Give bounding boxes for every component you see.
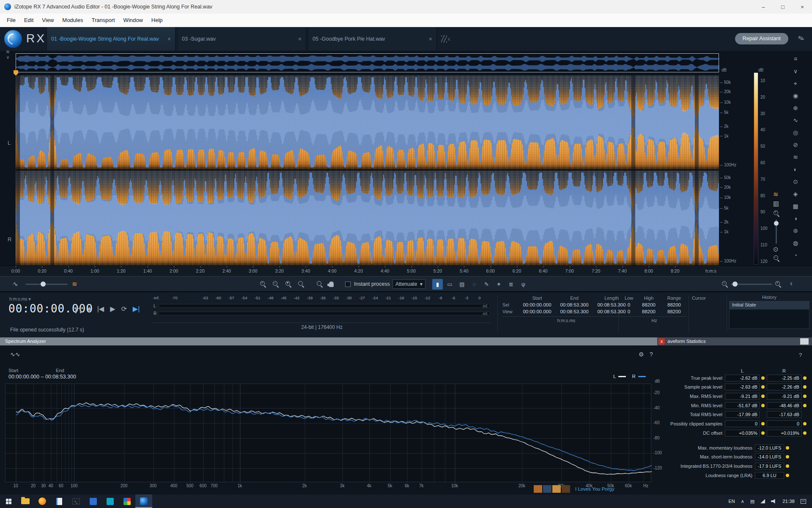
zoom-out-h-icon[interactable]: − <box>721 276 728 292</box>
tab-close-icon[interactable]: × <box>298 36 302 42</box>
file-tab-3[interactable]: 05 -Goodbye Pork Pie Hat.wav× <box>308 27 437 51</box>
instant-process-checkbox[interactable] <box>345 276 351 292</box>
level-meters[interactable]: -Inf. -70-63-60-57-54-51-48-45-42-39-36-… <box>153 295 494 334</box>
izotope-logo-icon[interactable] <box>4 30 22 48</box>
time-frequency-selection-tool[interactable]: ▭ <box>444 279 455 290</box>
module-icon-5[interactable]: ◎ <box>790 128 801 137</box>
zoom-out-time-icon[interactable]: − <box>272 276 279 292</box>
module-icon-15[interactable]: ◔ <box>790 251 801 260</box>
action-center-icon[interactable] <box>801 499 806 504</box>
tray-expand-icon[interactable]: ∧ <box>741 499 744 504</box>
spectrogram-right-channel[interactable] <box>16 171 719 265</box>
module-icon-3[interactable]: ⊕ <box>790 103 801 113</box>
taskbar-console[interactable]: ›_ <box>68 494 85 508</box>
taskbar-rx7-active[interactable] <box>135 494 152 508</box>
db-gradient-bar[interactable] <box>754 72 758 265</box>
spectrum-help-icon[interactable]: ? <box>650 351 653 358</box>
magic-wand-tool[interactable]: ✶ <box>494 279 504 290</box>
meter-view-icon[interactable]: ▥ <box>773 200 779 207</box>
taskbar-firefox[interactable] <box>34 494 51 508</box>
skip-to-start-button[interactable]: |◀ <box>97 305 104 313</box>
hand-tool-icon[interactable] <box>329 276 334 292</box>
spectrogram-left-channel[interactable] <box>16 75 719 169</box>
maximize-button[interactable]: □ <box>773 0 793 14</box>
taskbar-paint[interactable] <box>118 494 135 508</box>
tab-scroll-left-icon[interactable]: ‹ <box>448 35 450 43</box>
module-icon-4[interactable]: ∿ <box>790 116 801 125</box>
background-track-link[interactable]: I Loves You Porgy <box>575 486 614 491</box>
menu-file[interactable]: File <box>3 14 20 27</box>
meter-bar-left[interactable]: -Inf. <box>159 304 490 308</box>
spectrum-curve-icon[interactable]: ∿∿ <box>10 351 20 358</box>
taskbar-photos[interactable] <box>102 494 118 508</box>
tab-close-icon[interactable]: × <box>429 36 432 42</box>
overview-collapse-icon[interactable]: ∨ <box>6 55 10 60</box>
panel-chevron-icon[interactable]: ∨ <box>790 66 801 76</box>
menu-window[interactable]: Window <box>119 14 147 27</box>
taskbar-blue-app[interactable] <box>85 494 102 508</box>
brush-tool[interactable]: ✎ <box>481 279 492 290</box>
play-button[interactable]: ▶ <box>110 305 115 313</box>
spectrogram-display[interactable] <box>16 75 719 265</box>
menu-help[interactable]: Help <box>147 14 167 27</box>
process-select[interactable]: Attenuate▾ <box>392 276 425 292</box>
record-button[interactable]: ● <box>87 305 91 313</box>
meter-bar-right[interactable]: -Inf. <box>159 312 490 315</box>
pen-tool-icon[interactable]: ✎ <box>797 33 805 44</box>
file-tab-2[interactable]: 03 -Sugar.wav× <box>177 27 306 51</box>
frequency-selection-tool[interactable]: ▤ <box>457 279 467 290</box>
sel-unit[interactable]: h:m:s.ms <box>502 316 630 323</box>
waveform-overview-strip[interactable] <box>16 53 719 72</box>
dock-controls[interactable]: ≋ ∨ <box>6 49 10 60</box>
spectrogram-view-icon[interactable]: ≋ <box>773 190 779 198</box>
module-icon-8[interactable]: ◐ <box>790 165 801 174</box>
close-button[interactable]: × <box>793 0 812 14</box>
find-similar-tool[interactable]: ψ <box>518 279 529 290</box>
timeline-ruler[interactable]: 0:000:200:401:001:201:402:002:202:403:00… <box>0 265 812 276</box>
volume-icon[interactable] <box>771 499 776 504</box>
start-button[interactable] <box>0 494 17 508</box>
waveform-spectrogram-blend-slider[interactable] <box>25 276 68 292</box>
menu-transport[interactable]: Transport <box>87 14 119 27</box>
module-icon-13[interactable]: ⊚ <box>790 226 801 235</box>
module-icon-14[interactable]: ◍ <box>790 238 801 248</box>
reset-zoom-icon[interactable]: ⊙ <box>773 246 779 253</box>
tab-close-icon[interactable]: × <box>167 36 171 42</box>
menu-modules[interactable]: Modules <box>58 14 87 27</box>
module-icon-12[interactable]: ◑ <box>790 214 801 223</box>
collapse-panel-icon[interactable]: ‹ <box>790 279 793 288</box>
touch-keyboard-icon[interactable]: ▤ <box>750 499 754 504</box>
time-selection-tool[interactable]: ▮ <box>432 279 443 290</box>
minimize-button[interactable]: – <box>754 0 773 14</box>
vertical-zoom-out-icon[interactable]: − <box>773 255 780 263</box>
tab-scroll-control[interactable]: ‹ <box>441 27 450 51</box>
spectrum-plot[interactable] <box>5 384 651 482</box>
zoom-in-h-icon[interactable]: + <box>775 276 782 292</box>
selection-settings-tool[interactable]: ≣ <box>506 279 516 290</box>
vertical-zoom-in-icon[interactable]: + <box>773 210 780 218</box>
spectrum-settings-icon[interactable]: ⚙ <box>639 351 644 358</box>
language-indicator[interactable]: EN <box>728 499 735 504</box>
repair-assistant-button[interactable]: Repair Assistant <box>735 33 788 44</box>
zoom-selection-icon[interactable]: ▾ <box>285 276 292 292</box>
taskbar-file-explorer[interactable] <box>17 494 34 508</box>
lasso-tool[interactable]: ◌ <box>469 279 480 290</box>
module-icon-6[interactable]: ⊘ <box>790 140 801 149</box>
file-tab-1[interactable]: 01 -Boogie-Woogie String Along For Real.… <box>47 27 176 51</box>
loop-button[interactable]: ⟳ <box>121 305 126 313</box>
horizontal-zoom-slider[interactable] <box>731 276 773 292</box>
time-format-select[interactable]: h:m:s.ms ▾ <box>9 296 31 301</box>
panel-menu-icon[interactable]: ≡ <box>790 54 801 64</box>
stats-help-icon[interactable]: ? <box>799 352 802 358</box>
zoom-in-time-icon[interactable]: + <box>260 276 266 292</box>
zoom-fit-icon[interactable] <box>298 276 304 292</box>
menu-view[interactable]: View <box>38 14 58 27</box>
timeline-unit[interactable]: h:m:s <box>705 268 716 273</box>
module-icon-10[interactable]: ◈ <box>790 189 801 199</box>
play-selection-button[interactable]: ▶| <box>133 305 140 313</box>
spectrum-analyzer-header[interactable]: Spectrum Analyzer <box>0 337 657 345</box>
module-icon-1[interactable]: ⌖ <box>790 79 801 88</box>
clock[interactable]: 21:38 <box>782 499 795 504</box>
module-icon-7[interactable]: ≋ <box>790 152 801 162</box>
frequency-ruler[interactable]: 50k20k10k5k2k1k100Hz 50k20k10k5k2k1k100H… <box>720 75 750 265</box>
